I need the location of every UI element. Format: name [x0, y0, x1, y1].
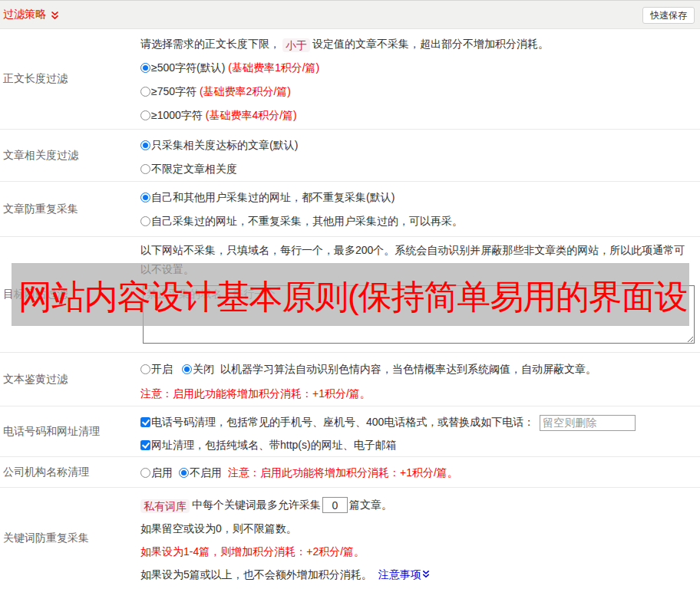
porn-filter-desc: 以机器学习算法自动识别色情内容，当色情概率达到系统阈值，自动屏蔽文章。 — [220, 363, 596, 375]
radio-relevance-any[interactable] — [140, 164, 150, 174]
row-phone-url-clean: 电话号码和网址清理 电话号码清理，包括常见的手机号、座机号、400电话格式，或替… — [0, 406, 700, 457]
row-company-clean: 公司机构名称清理 启用不启用注意：启用此功能将增加积分消耗：+1积分/篇。 — [0, 457, 700, 488]
quick-save-button[interactable]: 快速保存 — [642, 7, 695, 24]
relevance-option-strict[interactable]: 只采集相关度达标的文章(默认) — [140, 133, 700, 157]
header-bar: 过滤策略 快速保存 — [0, 0, 700, 29]
keyword-count-input[interactable] — [322, 497, 348, 513]
length-option-1000[interactable]: ≥1000字符 (基础费率4积分/篇) — [140, 104, 700, 127]
row-relevance-filter: 文章相关度过滤 只采集相关度达标的文章(默认) 不限定文章相关度 — [0, 130, 700, 182]
notice-double-chevron-icon — [421, 570, 431, 579]
row-label-phone-url: 电话号码和网址清理 — [0, 406, 140, 456]
row-porn-filter: 文本鉴黄过滤 开启关闭以机器学习算法自动识别色情内容，当色情概率达到系统阈值，自… — [0, 353, 700, 406]
dedup-option-own[interactable]: 自己采集过的网址，不重复采集，其他用户采集过的，可以再采。 — [140, 209, 700, 233]
row-label-body-length: 正文长度过滤 — [0, 29, 140, 129]
url-clean-option: 网址清理，包括纯域名、带http(s)的网址、电子邮箱 — [140, 433, 700, 456]
site-filter-tip: 以下网站不采集，只填域名，每行一个，最多200个。系统会自动识别并屏蔽那些非文章… — [140, 241, 700, 279]
keyword-five-note: 如果设为5篇或以上，也不会额外增加积分消耗。注意事项 — [140, 563, 700, 586]
length-500-fee-note: (基础费率1积分/篇) — [228, 61, 319, 74]
radio-length-750[interactable] — [140, 87, 150, 97]
row-label-keyword-dedup: 关键词防重复采集 — [0, 488, 140, 589]
length-750-fee-note: (基础费率2积分/篇) — [200, 85, 291, 97]
checkbox-phone-clean[interactable] — [140, 417, 150, 427]
radio-porn-on[interactable] — [140, 364, 150, 374]
radio-dedup-global[interactable] — [140, 192, 150, 202]
keyword-empty-note: 如果留空或设为0，则不限篇数。 — [140, 517, 700, 540]
body-length-tip: 请选择需求的正文长度下限，小于设定值的文章不采集，超出部分不增加积分消耗。 — [140, 31, 700, 56]
radio-company-disable[interactable] — [179, 468, 189, 478]
phone-clean-option: 电话号码清理，包括常见的手机号、座机号、400电话格式，或替换成如下电话： — [140, 410, 700, 433]
page-title: 过滤策略 — [3, 8, 60, 21]
dedup-option-global[interactable]: 自己和其他用户采集过的网址，都不重复采集(默认) — [140, 186, 700, 209]
private-thesaurus-tag[interactable]: 私有词库 — [140, 499, 190, 513]
radio-relevance-strict[interactable] — [140, 140, 150, 150]
checkbox-url-clean[interactable] — [140, 440, 150, 450]
company-clean-options: 启用不启用注意：启用此功能将增加积分消耗：+1积分/篇。 — [140, 461, 700, 485]
row-target-site-filter: 目标网站过滤 以下网站不采集，只填域名，每行一个，最多200个。系统会自动识别并… — [0, 237, 700, 353]
company-clean-note: 注意：启用此功能将增加积分消耗：+1积分/篇。 — [228, 466, 458, 479]
porn-filter-options: 开启关闭以机器学习算法自动识别色情内容，当色情概率达到系统阈值，自动屏蔽文章。 — [140, 357, 700, 381]
replacement-phone-input[interactable] — [540, 415, 636, 431]
row-body-length-filter: 正文长度过滤 请选择需求的正文长度下限，小于设定值的文章不采集，超出部分不增加积… — [0, 29, 700, 130]
relevance-option-any[interactable]: 不限定文章相关度 — [140, 157, 700, 181]
radio-porn-off[interactable] — [182, 364, 192, 374]
row-label-target-site: 目标网站过滤 — [0, 237, 140, 352]
banned-domains-textarea[interactable] — [143, 285, 695, 344]
porn-filter-note: 注意：启用此功能将增加积分消耗：+1积分/篇。 — [140, 381, 700, 406]
radio-dedup-own[interactable] — [140, 216, 150, 226]
keyword-limit-line: 私有词库中每个关键词最多允许采集篇文章。 — [140, 493, 700, 517]
length-1000-fee-note: (基础费率4积分/篇) — [206, 109, 297, 121]
notice-link[interactable]: 注意事项 — [378, 568, 431, 581]
page-title-text: 过滤策略 — [3, 8, 46, 21]
collapse-double-chevron-icon[interactable] — [50, 11, 60, 21]
row-label-porn-filter: 文本鉴黄过滤 — [0, 353, 140, 406]
row-keyword-dedup: 关键词防重复采集 私有词库中每个关键词最多允许采集篇文章。 如果留空或设为0，则… — [0, 488, 700, 589]
radio-company-enable[interactable] — [140, 468, 150, 478]
less-than-tag: 小于 — [282, 38, 310, 52]
length-option-500[interactable]: ≥500字符(默认) (基础费率1积分/篇) — [140, 56, 700, 80]
row-label-anti-duplicate: 文章防重复采集 — [0, 182, 140, 236]
length-option-750[interactable]: ≥750字符 (基础费率2积分/篇) — [140, 80, 700, 104]
row-label-company-clean: 公司机构名称清理 — [0, 457, 140, 487]
row-anti-duplicate: 文章防重复采集 自己和其他用户采集过的网址，都不重复采集(默认) 自己采集过的网… — [0, 182, 700, 237]
radio-length-500[interactable] — [140, 63, 150, 73]
row-label-relevance: 文章相关度过滤 — [0, 130, 140, 181]
radio-length-1000[interactable] — [140, 110, 150, 120]
keyword-fee-note: 如果设为1-4篇，则增加积分消耗：+2积分/篇。 — [140, 540, 700, 563]
